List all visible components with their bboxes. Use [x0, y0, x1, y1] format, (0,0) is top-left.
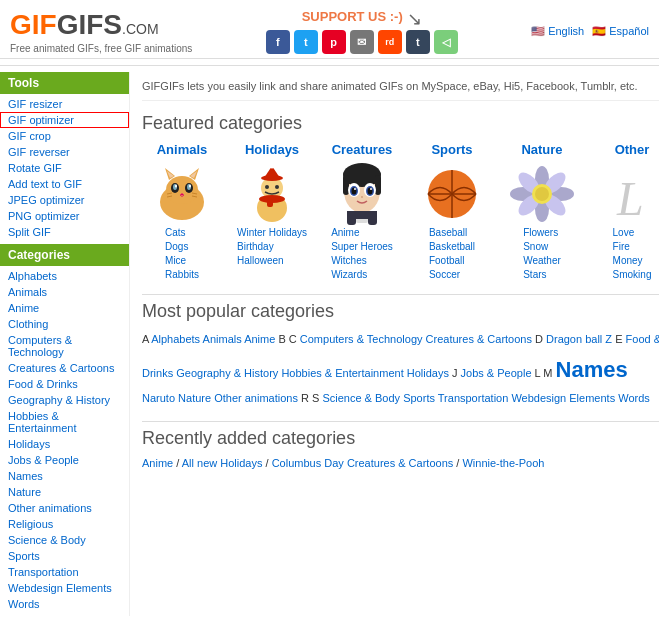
sidebar-png-optimizer[interactable]: PNG optimizer	[0, 208, 129, 224]
email-button[interactable]: ✉	[350, 30, 374, 54]
subcat-fire-link[interactable]: Fire	[613, 240, 652, 254]
subcat-money-link[interactable]: Money	[613, 254, 652, 268]
subcat-smoking-link[interactable]: Smoking	[613, 268, 652, 282]
sidebar-gif-crop[interactable]: GIF crop	[0, 128, 129, 144]
sidebar-cat-nature[interactable]: Nature	[0, 484, 129, 500]
sidebar-gif-reverser[interactable]: GIF reverser	[0, 144, 129, 160]
featured-other-link[interactable]: Other	[615, 142, 650, 157]
pop-webdesign[interactable]: Webdesign Elements	[511, 392, 615, 404]
sidebar-cat-jobs[interactable]: Jobs & People	[0, 452, 129, 468]
pop-nature[interactable]: Nature	[178, 392, 211, 404]
subcat-wizards-link[interactable]: Wizards	[331, 268, 393, 282]
sidebar-cat-alphabets[interactable]: Alphabets	[0, 268, 129, 284]
featured-nature-link[interactable]: Nature	[521, 142, 562, 157]
sidebar-cat-sports[interactable]: Sports	[0, 548, 129, 564]
sidebar-gif-resizer[interactable]: GIF resizer	[0, 96, 129, 112]
recent-columbusday-link[interactable]: Columbus Day	[272, 457, 344, 469]
pop-names[interactable]: Names	[556, 357, 628, 382]
subcat-halloween-link[interactable]: Halloween	[237, 254, 307, 268]
recent-links-container: Anime / All new Holidays / Columbus Day …	[142, 457, 659, 469]
subcat-anime-link[interactable]: Anime	[331, 226, 393, 240]
subcat-mice-link[interactable]: Mice	[165, 254, 199, 268]
popular-a: A	[142, 333, 151, 345]
pinterest-button[interactable]: p	[322, 30, 346, 54]
sidebar-add-text[interactable]: Add text to GIF	[0, 176, 129, 192]
sidebar-cat-names[interactable]: Names	[0, 468, 129, 484]
sidebar-gif-optimizer[interactable]: GIF optimizer	[0, 112, 129, 128]
sidebar-cat-transportation[interactable]: Transportation	[0, 564, 129, 580]
subcat-superheroes-link[interactable]: Super Heroes	[331, 240, 393, 254]
pop-drinks[interactable]: Drinks	[142, 367, 173, 379]
pop-hobbies[interactable]: Hobbies & Entertainment	[281, 367, 403, 379]
featured-sports-link[interactable]: Sports	[431, 142, 472, 157]
sidebar-cat-religious[interactable]: Religious	[0, 516, 129, 532]
recent-anime-link[interactable]: Anime	[142, 457, 173, 469]
recent-holidays-link[interactable]: Holidays	[220, 457, 262, 469]
recent-winnie-link[interactable]: Winnie-the-Pooh	[462, 457, 544, 469]
pop-animals[interactable]: Animals	[203, 333, 242, 345]
sidebar-cat-animals[interactable]: Animals	[0, 284, 129, 300]
english-link[interactable]: English	[548, 25, 584, 37]
pop-science[interactable]: Science & Body	[322, 392, 400, 404]
recent-allnew-link[interactable]: All new	[182, 457, 217, 469]
pop-food[interactable]: Food &	[626, 333, 659, 345]
sidebar-cat-clothing[interactable]: Clothing	[0, 316, 129, 332]
pop-alphabets[interactable]: Alphabets	[151, 333, 200, 345]
pop-other[interactable]: Other animations	[214, 392, 298, 404]
svg-rect-29	[375, 175, 381, 195]
sidebar-rotate-gif[interactable]: Rotate GIF	[0, 160, 129, 176]
subcat-basketball-link[interactable]: Basketball	[429, 240, 475, 254]
twitter-button[interactable]: t	[294, 30, 318, 54]
sidebar-cat-science[interactable]: Science & Body	[0, 532, 129, 548]
subcat-flowers-link[interactable]: Flowers	[523, 226, 561, 240]
featured-holidays-link[interactable]: Holidays	[245, 142, 299, 157]
spanish-flag-icon: 🇪🇸	[592, 25, 606, 38]
recent-creatures-link[interactable]: Creatures & Cartoons	[347, 457, 453, 469]
pop-jobs[interactable]: Jobs & People	[461, 367, 532, 379]
pop-transportation[interactable]: Transportation	[438, 392, 509, 404]
sports-image	[415, 161, 490, 226]
subcat-dogs-link[interactable]: Dogs	[165, 240, 199, 254]
sidebar-cat-anime[interactable]: Anime	[0, 300, 129, 316]
logo-gifs: GIFS	[57, 9, 122, 40]
subcat-stars-link[interactable]: Stars	[523, 268, 561, 282]
reddit-button[interactable]: rd	[378, 30, 402, 54]
featured-creatures-link[interactable]: Creatures	[332, 142, 393, 157]
sidebar-cat-words[interactable]: Words	[0, 596, 129, 612]
pop-naruto[interactable]: Naruto	[142, 392, 175, 404]
sidebar-cat-hobbies[interactable]: Hobbies & Entertainment	[0, 408, 129, 436]
share-button[interactable]: ◁	[434, 30, 458, 54]
sidebar-cat-computers[interactable]: Computers & Technology	[0, 332, 129, 360]
subcat-weather-link[interactable]: Weather	[523, 254, 561, 268]
facebook-button[interactable]: f	[266, 30, 290, 54]
subcat-snow-link[interactable]: Snow	[523, 240, 561, 254]
tumblr-button[interactable]: t	[406, 30, 430, 54]
pop-sports[interactable]: Sports	[403, 392, 435, 404]
pop-creatures[interactable]: Creatures & Cartoons	[426, 333, 532, 345]
sidebar-cat-food[interactable]: Food & Drinks	[0, 376, 129, 392]
subcat-cats-link[interactable]: Cats	[165, 226, 199, 240]
subcat-soccer-link[interactable]: Soccer	[429, 268, 475, 282]
sidebar-cat-webdesign[interactable]: Webdesign Elements	[0, 580, 129, 596]
pop-holidays[interactable]: Holidays	[407, 367, 449, 379]
subcat-witches-link[interactable]: Witches	[331, 254, 393, 268]
pop-words[interactable]: Words	[618, 392, 650, 404]
pop-geography[interactable]: Geography & History	[176, 367, 278, 379]
subcat-rabbits-link[interactable]: Rabbits	[165, 268, 199, 282]
subcat-birthday-link[interactable]: Birthday	[237, 240, 307, 254]
sidebar-cat-geography[interactable]: Geography & History	[0, 392, 129, 408]
subcat-love-link[interactable]: Love	[613, 226, 652, 240]
sidebar-cat-other-animations[interactable]: Other animations	[0, 500, 129, 516]
subcat-baseball-link[interactable]: Baseball	[429, 226, 475, 240]
pop-anime[interactable]: Anime	[244, 333, 275, 345]
subcat-football-link[interactable]: Football	[429, 254, 475, 268]
subcat-winter-link[interactable]: Winter Holidays	[237, 226, 307, 240]
sidebar-jpeg-optimizer[interactable]: JPEG optimizer	[0, 192, 129, 208]
featured-animals-link[interactable]: Animals	[157, 142, 208, 157]
sidebar-split-gif[interactable]: Split GIF	[0, 224, 129, 240]
pop-computers[interactable]: Computers & Technology	[300, 333, 423, 345]
pop-dragonball[interactable]: Dragon ball Z	[546, 333, 612, 345]
sidebar-cat-holidays[interactable]: Holidays	[0, 436, 129, 452]
espanol-link[interactable]: Español	[609, 25, 649, 37]
sidebar-cat-creatures[interactable]: Creatures & Cartoons	[0, 360, 129, 376]
